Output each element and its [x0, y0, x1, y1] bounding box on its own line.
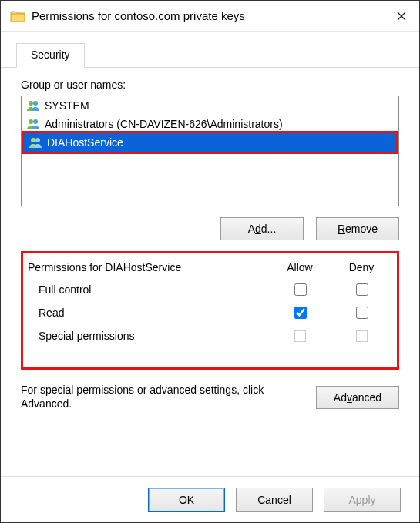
- permission-row: Special permissions: [28, 324, 392, 347]
- column-allow: Allow: [269, 261, 331, 273]
- allow-special-checkbox: [294, 330, 306, 342]
- permission-row: Full control: [28, 278, 392, 301]
- group-icon: [26, 117, 40, 131]
- close-button[interactable]: [384, 2, 419, 31]
- list-item[interactable]: DIAHostService: [24, 133, 396, 152]
- permissions-header: Permissions for DIAHostService Allow Den…: [28, 256, 392, 278]
- deny-special-checkbox: [356, 330, 368, 342]
- titlebar: Permissions for contoso.com private keys: [1, 1, 419, 32]
- list-item-label: DIAHostService: [47, 136, 123, 149]
- apply-button[interactable]: Apply: [324, 488, 401, 512]
- list-item-label: Administrators (CN-DAVIZEN-626\Administr…: [45, 118, 283, 130]
- svg-point-5: [35, 138, 40, 142]
- cancel-button[interactable]: Cancel: [236, 488, 313, 512]
- user-icon: [29, 136, 42, 149]
- allow-read-checkbox[interactable]: [294, 307, 307, 319]
- window-title: Permissions for contoso.com private keys: [32, 9, 384, 22]
- ok-button[interactable]: OK: [148, 488, 225, 512]
- group-icon: [26, 99, 40, 112]
- permission-name: Full control: [39, 283, 269, 296]
- folder-icon: [10, 8, 25, 24]
- svg-point-2: [29, 119, 33, 124]
- close-icon: [397, 12, 406, 21]
- advanced-button[interactable]: Advanced: [316, 386, 399, 409]
- svg-point-3: [33, 119, 38, 124]
- advanced-row: For special permissions or advanced sett…: [21, 384, 399, 411]
- highlight-selected-user: DIAHostService: [22, 131, 398, 154]
- list-item[interactable]: SYSTEM: [22, 96, 398, 115]
- permission-name: Read: [39, 307, 269, 319]
- user-listbox[interactable]: SYSTEM Administrators (CN-DAVIZEN-626\Ad…: [21, 96, 399, 206]
- allow-fullcontrol-checkbox[interactable]: [294, 283, 307, 296]
- deny-read-checkbox[interactable]: [356, 307, 368, 319]
- advanced-text: For special permissions or advanced sett…: [21, 384, 304, 411]
- user-buttons-row: Add... Remove: [21, 217, 399, 240]
- add-button[interactable]: Add...: [220, 217, 304, 240]
- svg-point-4: [31, 138, 35, 142]
- list-item-label: SYSTEM: [45, 99, 89, 112]
- permission-row: Read: [28, 301, 392, 324]
- remove-button[interactable]: Remove: [316, 217, 399, 240]
- deny-fullcontrol-checkbox[interactable]: [356, 283, 368, 296]
- dialog-button-bar: OK Cancel Apply: [1, 476, 419, 522]
- tab-security[interactable]: Security: [16, 43, 85, 68]
- column-deny: Deny: [331, 261, 392, 273]
- tab-content: Group or user names: SYSTEM Administrato…: [1, 68, 419, 415]
- svg-point-1: [33, 101, 38, 106]
- permissions-title: Permissions for DIAHostService: [28, 261, 269, 273]
- permissions-panel: Permissions for DIAHostService Allow Den…: [21, 251, 399, 370]
- groups-label: Group or user names:: [21, 79, 399, 91]
- tab-strip: Security: [1, 32, 419, 68]
- svg-point-0: [29, 101, 33, 106]
- permission-name: Special permissions: [39, 330, 269, 342]
